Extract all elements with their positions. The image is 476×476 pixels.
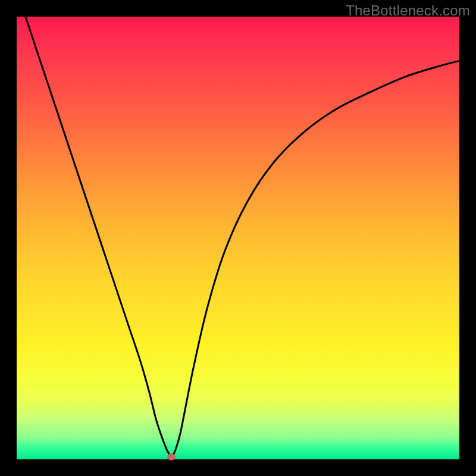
bottleneck-curve — [17, 17, 459, 459]
watermark-text: TheBottleneck.com — [346, 2, 470, 19]
chart-frame: TheBottleneck.com — [0, 0, 476, 476]
plot-area — [17, 17, 459, 459]
optimal-point-marker — [167, 453, 176, 460]
